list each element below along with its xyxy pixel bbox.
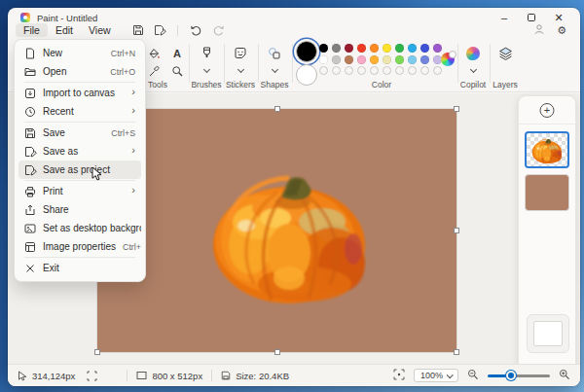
palette-color[interactable]: [345, 55, 353, 64]
menu-item-recent[interactable]: Recent ›: [18, 102, 141, 121]
palette-color[interactable]: [408, 44, 417, 53]
foreground-color-swatch[interactable]: [296, 41, 317, 62]
palette-empty-slot[interactable]: [395, 66, 404, 75]
fit-screen-icon: [393, 369, 405, 380]
layer-2-thumbnail[interactable]: [525, 174, 569, 211]
redo-button[interactable]: [212, 24, 225, 36]
palette-color[interactable]: [408, 55, 417, 64]
zoom-slider-thumb[interactable]: [506, 371, 516, 380]
palette-empty-slot[interactable]: [319, 66, 328, 75]
person-icon: [533, 23, 545, 35]
menu-item-image-properties[interactable]: Image properties Ctrl+E: [18, 237, 141, 256]
palette-color[interactable]: [357, 44, 366, 53]
zoom-in-button[interactable]: [559, 369, 570, 382]
menu-item-exit[interactable]: Exit: [18, 259, 141, 277]
palette-color[interactable]: [319, 44, 328, 53]
menu-item-label: Save: [43, 127, 104, 138]
chevron-down-icon[interactable]: [237, 67, 243, 73]
background-layer-card[interactable]: [527, 314, 569, 353]
divider: [224, 44, 225, 83]
palette-empty-slot[interactable]: [383, 66, 391, 75]
quick-save-button[interactable]: [132, 24, 144, 36]
menu-item-set-as-desktop-background[interactable]: Set as desktop background ›: [18, 219, 141, 237]
menu-item-import-to-canvas[interactable]: Import to canvas ›: [18, 84, 141, 102]
exit-icon: [24, 263, 36, 274]
background-layer-swatch: [533, 321, 563, 346]
chevron-down-icon[interactable]: [272, 67, 277, 73]
drawing-canvas[interactable]: [97, 109, 456, 352]
menu-file[interactable]: File: [16, 23, 48, 37]
file-size-value: Size: 20.4KB: [236, 371, 289, 381]
palette-color[interactable]: [433, 44, 442, 53]
chevron-down-icon[interactable]: [470, 67, 476, 73]
layer-1-thumbnail[interactable]: [525, 131, 569, 168]
palette-empty-slot[interactable]: [408, 66, 417, 75]
palette-color[interactable]: [370, 55, 379, 64]
menu-item-open[interactable]: Open Ctrl+O: [18, 62, 141, 81]
stickers-button[interactable]: [233, 46, 248, 61]
menu-item-save-as-project[interactable]: Save as project: [18, 160, 141, 179]
menu-separator: [24, 82, 135, 83]
palette-color[interactable]: [383, 55, 391, 64]
submenu-chevron-icon: ›: [131, 105, 135, 116]
palette-color[interactable]: [383, 44, 391, 53]
menu-view[interactable]: View: [81, 23, 119, 37]
resize-handle-bottom-left[interactable]: [94, 349, 100, 355]
palette-empty-slot[interactable]: [345, 66, 353, 75]
palette-empty-slot[interactable]: [370, 66, 379, 75]
settings-button[interactable]: ⚙: [557, 25, 566, 36]
resize-handle-top-right[interactable]: [454, 106, 459, 112]
account-button[interactable]: [533, 23, 545, 37]
menu-edit[interactable]: Edit: [48, 23, 81, 37]
palette-color[interactable]: [357, 55, 366, 64]
palette-empty-slot[interactable]: [420, 66, 429, 75]
maximize-icon: [528, 14, 535, 21]
secondary-color-swatch[interactable]: [296, 64, 317, 86]
magnifier-tool-button[interactable]: [169, 63, 185, 79]
resize-handle-right[interactable]: [454, 228, 459, 233]
menu-item-share[interactable]: Share: [18, 200, 141, 219]
zoom-slider-track: [511, 374, 550, 377]
palette-empty-slot[interactable]: [357, 66, 366, 75]
fit-to-screen-button[interactable]: [393, 369, 405, 382]
palette-color[interactable]: [345, 44, 353, 53]
menu-item-print[interactable]: Print ›: [18, 182, 141, 200]
zoom-level-dropdown[interactable]: 100%: [414, 369, 458, 382]
undo-button[interactable]: [190, 24, 202, 36]
palette-color[interactable]: [332, 44, 341, 53]
chevron-down-icon[interactable]: [203, 67, 209, 73]
quick-save-as-button[interactable]: [154, 24, 165, 36]
palette-empty-slot[interactable]: [332, 66, 341, 75]
resize-handle-bottom-right[interactable]: [454, 349, 459, 355]
eyedropper-tool-button[interactable]: [146, 63, 162, 79]
palette-empty-slot[interactable]: [433, 66, 442, 75]
layers-section-label: Layers: [493, 80, 518, 89]
palette-color[interactable]: [395, 44, 404, 53]
menu-item-new[interactable]: New Ctrl+N: [18, 44, 141, 62]
menu-item-save[interactable]: Save Ctrl+S: [18, 124, 141, 142]
fill-tool-button[interactable]: [146, 46, 162, 61]
zoom-out-icon: [467, 369, 479, 380]
palette-color[interactable]: [370, 44, 379, 53]
resize-handle-bottom[interactable]: [274, 349, 280, 355]
brushes-button[interactable]: [199, 46, 214, 61]
edit-color-button[interactable]: [441, 53, 455, 66]
palette-color[interactable]: [332, 55, 341, 64]
palette-color[interactable]: [319, 55, 328, 64]
resize-handle-top[interactable]: [274, 106, 280, 112]
open-folder-icon: [24, 66, 36, 78]
paint-app-icon: [20, 13, 30, 22]
add-layer-button[interactable]: +: [540, 103, 555, 118]
copilot-button[interactable]: [466, 47, 480, 60]
layers-button[interactable]: [497, 46, 513, 61]
zoom-out-button[interactable]: [467, 369, 479, 382]
text-tool-button[interactable]: A: [169, 46, 185, 61]
brush-icon: [201, 47, 213, 60]
palette-color[interactable]: [420, 55, 429, 64]
palette-color[interactable]: [395, 55, 404, 64]
palette-color[interactable]: [420, 44, 429, 53]
shapes-button[interactable]: [267, 46, 282, 61]
menu-item-save-as[interactable]: Save as ›: [18, 142, 141, 160]
zoom-slider[interactable]: [488, 370, 550, 381]
layers-icon: [498, 47, 513, 61]
